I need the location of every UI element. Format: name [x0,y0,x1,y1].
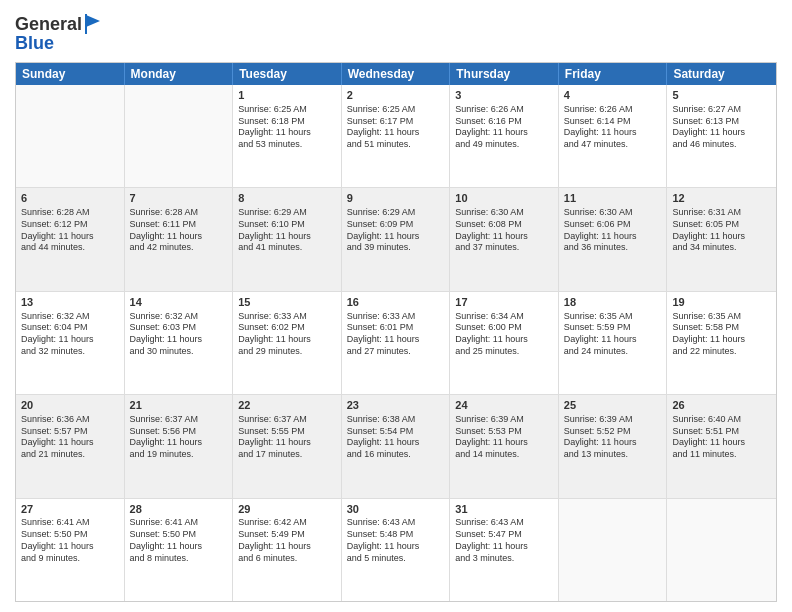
calendar-day-29: 29Sunrise: 6:42 AM Sunset: 5:49 PM Dayli… [233,499,342,601]
calendar-row-4: 20Sunrise: 6:36 AM Sunset: 5:57 PM Dayli… [16,395,776,498]
cell-info: Sunrise: 6:38 AM Sunset: 5:54 PM Dayligh… [347,414,445,461]
cell-info: Sunrise: 6:35 AM Sunset: 5:59 PM Dayligh… [564,311,662,358]
calendar-day-27: 27Sunrise: 6:41 AM Sunset: 5:50 PM Dayli… [16,499,125,601]
cell-info: Sunrise: 6:34 AM Sunset: 6:00 PM Dayligh… [455,311,553,358]
calendar-day-28: 28Sunrise: 6:41 AM Sunset: 5:50 PM Dayli… [125,499,234,601]
day-number: 26 [672,398,771,413]
cell-info: Sunrise: 6:27 AM Sunset: 6:13 PM Dayligh… [672,104,771,151]
cell-info: Sunrise: 6:28 AM Sunset: 6:11 PM Dayligh… [130,207,228,254]
calendar-day-26: 26Sunrise: 6:40 AM Sunset: 5:51 PM Dayli… [667,395,776,497]
calendar-day-7: 7Sunrise: 6:28 AM Sunset: 6:11 PM Daylig… [125,188,234,290]
day-number: 17 [455,295,553,310]
calendar-day-5: 5Sunrise: 6:27 AM Sunset: 6:13 PM Daylig… [667,85,776,187]
calendar-day-23: 23Sunrise: 6:38 AM Sunset: 5:54 PM Dayli… [342,395,451,497]
day-number: 23 [347,398,445,413]
cell-info: Sunrise: 6:39 AM Sunset: 5:53 PM Dayligh… [455,414,553,461]
calendar-day-18: 18Sunrise: 6:35 AM Sunset: 5:59 PM Dayli… [559,292,668,394]
calendar-day-16: 16Sunrise: 6:33 AM Sunset: 6:01 PM Dayli… [342,292,451,394]
calendar-day-6: 6Sunrise: 6:28 AM Sunset: 6:12 PM Daylig… [16,188,125,290]
cell-info: Sunrise: 6:28 AM Sunset: 6:12 PM Dayligh… [21,207,119,254]
cell-info: Sunrise: 6:37 AM Sunset: 5:55 PM Dayligh… [238,414,336,461]
calendar-cell-empty [125,85,234,187]
calendar-day-24: 24Sunrise: 6:39 AM Sunset: 5:53 PM Dayli… [450,395,559,497]
cell-info: Sunrise: 6:33 AM Sunset: 6:02 PM Dayligh… [238,311,336,358]
cell-info: Sunrise: 6:33 AM Sunset: 6:01 PM Dayligh… [347,311,445,358]
day-number: 13 [21,295,119,310]
weekday-header-wednesday: Wednesday [342,63,451,85]
calendar-cell-empty [16,85,125,187]
logo-blue-text: Blue [15,33,102,54]
day-number: 28 [130,502,228,517]
calendar-day-31: 31Sunrise: 6:43 AM Sunset: 5:47 PM Dayli… [450,499,559,601]
calendar-day-1: 1Sunrise: 6:25 AM Sunset: 6:18 PM Daylig… [233,85,342,187]
calendar-day-17: 17Sunrise: 6:34 AM Sunset: 6:00 PM Dayli… [450,292,559,394]
day-number: 22 [238,398,336,413]
weekday-header-sunday: Sunday [16,63,125,85]
cell-info: Sunrise: 6:26 AM Sunset: 6:16 PM Dayligh… [455,104,553,151]
day-number: 1 [238,88,336,103]
cell-info: Sunrise: 6:26 AM Sunset: 6:14 PM Dayligh… [564,104,662,151]
cell-info: Sunrise: 6:32 AM Sunset: 6:04 PM Dayligh… [21,311,119,358]
day-number: 5 [672,88,771,103]
calendar-day-21: 21Sunrise: 6:37 AM Sunset: 5:56 PM Dayli… [125,395,234,497]
cell-info: Sunrise: 6:36 AM Sunset: 5:57 PM Dayligh… [21,414,119,461]
day-number: 15 [238,295,336,310]
day-number: 31 [455,502,553,517]
cell-info: Sunrise: 6:30 AM Sunset: 6:06 PM Dayligh… [564,207,662,254]
calendar-row-1: 1Sunrise: 6:25 AM Sunset: 6:18 PM Daylig… [16,85,776,188]
weekday-header-friday: Friday [559,63,668,85]
calendar-header: SundayMondayTuesdayWednesdayThursdayFrid… [16,63,776,85]
day-number: 20 [21,398,119,413]
svg-marker-0 [86,15,100,27]
cell-info: Sunrise: 6:35 AM Sunset: 5:58 PM Dayligh… [672,311,771,358]
day-number: 8 [238,191,336,206]
day-number: 9 [347,191,445,206]
calendar-day-14: 14Sunrise: 6:32 AM Sunset: 6:03 PM Dayli… [125,292,234,394]
calendar-cell-empty [559,499,668,601]
day-number: 2 [347,88,445,103]
day-number: 11 [564,191,662,206]
day-number: 24 [455,398,553,413]
day-number: 21 [130,398,228,413]
calendar-day-2: 2Sunrise: 6:25 AM Sunset: 6:17 PM Daylig… [342,85,451,187]
day-number: 6 [21,191,119,206]
day-number: 19 [672,295,771,310]
day-number: 16 [347,295,445,310]
cell-info: Sunrise: 6:37 AM Sunset: 5:56 PM Dayligh… [130,414,228,461]
logo-general-text: General [15,14,82,35]
weekday-header-monday: Monday [125,63,234,85]
day-number: 30 [347,502,445,517]
cell-info: Sunrise: 6:25 AM Sunset: 6:18 PM Dayligh… [238,104,336,151]
day-number: 3 [455,88,553,103]
cell-info: Sunrise: 6:30 AM Sunset: 6:08 PM Dayligh… [455,207,553,254]
calendar-day-13: 13Sunrise: 6:32 AM Sunset: 6:04 PM Dayli… [16,292,125,394]
calendar-day-3: 3Sunrise: 6:26 AM Sunset: 6:16 PM Daylig… [450,85,559,187]
cell-info: Sunrise: 6:29 AM Sunset: 6:09 PM Dayligh… [347,207,445,254]
calendar: SundayMondayTuesdayWednesdayThursdayFrid… [15,62,777,602]
day-number: 25 [564,398,662,413]
page: General Blue SundayMondayTuesdayWednesda… [0,0,792,612]
cell-info: Sunrise: 6:42 AM Sunset: 5:49 PM Dayligh… [238,517,336,564]
logo: General Blue [15,14,102,54]
cell-info: Sunrise: 6:43 AM Sunset: 5:48 PM Dayligh… [347,517,445,564]
day-number: 12 [672,191,771,206]
day-number: 4 [564,88,662,103]
calendar-body: 1Sunrise: 6:25 AM Sunset: 6:18 PM Daylig… [16,85,776,601]
calendar-day-4: 4Sunrise: 6:26 AM Sunset: 6:14 PM Daylig… [559,85,668,187]
cell-info: Sunrise: 6:39 AM Sunset: 5:52 PM Dayligh… [564,414,662,461]
calendar-day-12: 12Sunrise: 6:31 AM Sunset: 6:05 PM Dayli… [667,188,776,290]
calendar-day-20: 20Sunrise: 6:36 AM Sunset: 5:57 PM Dayli… [16,395,125,497]
cell-info: Sunrise: 6:40 AM Sunset: 5:51 PM Dayligh… [672,414,771,461]
calendar-day-25: 25Sunrise: 6:39 AM Sunset: 5:52 PM Dayli… [559,395,668,497]
calendar-day-15: 15Sunrise: 6:33 AM Sunset: 6:02 PM Dayli… [233,292,342,394]
day-number: 27 [21,502,119,517]
calendar-cell-empty [667,499,776,601]
logo-flag-icon [84,13,102,35]
calendar-day-11: 11Sunrise: 6:30 AM Sunset: 6:06 PM Dayli… [559,188,668,290]
weekday-header-tuesday: Tuesday [233,63,342,85]
day-number: 18 [564,295,662,310]
day-number: 7 [130,191,228,206]
cell-info: Sunrise: 6:32 AM Sunset: 6:03 PM Dayligh… [130,311,228,358]
cell-info: Sunrise: 6:29 AM Sunset: 6:10 PM Dayligh… [238,207,336,254]
weekday-header-thursday: Thursday [450,63,559,85]
